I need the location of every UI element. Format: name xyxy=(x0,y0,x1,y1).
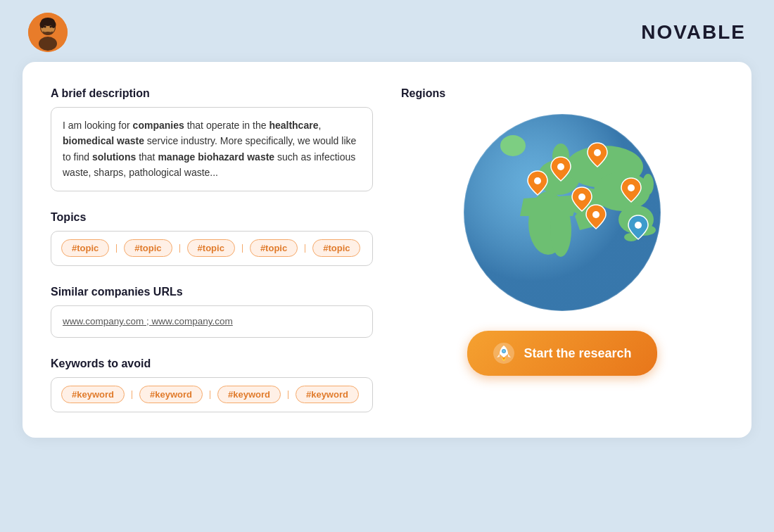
main-card: A brief description I am looking for com… xyxy=(23,62,751,438)
app-logo: NOVABLE xyxy=(641,21,746,44)
topic-tag-4[interactable]: #topic xyxy=(250,239,298,257)
svg-point-30 xyxy=(594,149,601,156)
keywords-section: Keywords to avoid #keyword #keyword #key… xyxy=(51,357,373,412)
separator xyxy=(242,244,243,253)
svg-point-31 xyxy=(578,194,585,201)
description-section: A brief description I am looking for com… xyxy=(51,87,373,191)
keyword-tag-4[interactable]: #keyword xyxy=(296,386,359,403)
topics-field[interactable]: #topic #topic #topic #topic #topic xyxy=(51,231,373,266)
svg-point-38 xyxy=(502,350,505,353)
separator xyxy=(179,244,180,253)
globe-container[interactable] xyxy=(457,107,668,318)
start-research-button[interactable]: Start the research xyxy=(467,331,656,376)
separator xyxy=(210,391,210,399)
svg-point-8 xyxy=(50,26,52,28)
avatar[interactable] xyxy=(28,13,68,52)
urls-section: Similar companies URLs www.company.com ;… xyxy=(51,286,373,338)
left-column: A brief description I am looking for com… xyxy=(51,87,373,412)
keyword-tag-1[interactable]: #keyword xyxy=(61,386,125,403)
svg-point-32 xyxy=(592,211,599,218)
keywords-field[interactable]: #keyword #keyword #keyword #keyword xyxy=(51,377,373,412)
globe-svg xyxy=(457,107,668,318)
svg-point-22 xyxy=(500,135,526,156)
svg-point-2 xyxy=(39,37,57,51)
topics-section: Topics #topic #topic #topic #topic #topi… xyxy=(51,211,373,266)
svg-point-33 xyxy=(628,184,635,191)
svg-point-6 xyxy=(51,21,56,28)
topic-tag-5[interactable]: #topic xyxy=(312,239,360,257)
svg-point-24 xyxy=(642,174,654,195)
urls-input[interactable]: www.company.com ; www.company.com xyxy=(51,305,373,338)
keyword-tag-3[interactable]: #keyword xyxy=(217,386,281,403)
urls-title: Similar companies URLs xyxy=(51,286,373,298)
description-box[interactable]: I am looking for companies that operate … xyxy=(51,107,373,191)
svg-point-35 xyxy=(534,177,541,184)
topic-tag-2[interactable]: #topic xyxy=(124,239,172,257)
keywords-title: Keywords to avoid xyxy=(51,357,373,370)
separator xyxy=(116,244,117,253)
header: NOVABLE xyxy=(0,0,774,62)
svg-point-7 xyxy=(44,26,46,28)
regions-title: Regions xyxy=(401,87,445,100)
start-button-label: Start the research xyxy=(524,346,631,361)
rocket-icon xyxy=(493,342,515,365)
svg-point-11 xyxy=(44,32,51,34)
svg-point-29 xyxy=(557,163,564,170)
right-column: Regions xyxy=(401,87,723,412)
separator xyxy=(288,391,288,399)
topic-tag-1[interactable]: #topic xyxy=(61,239,109,257)
separator xyxy=(305,244,305,253)
svg-point-34 xyxy=(635,222,642,229)
svg-point-5 xyxy=(40,21,45,28)
topic-tag-3[interactable]: #topic xyxy=(187,239,235,257)
description-title: A brief description xyxy=(51,87,373,100)
url-value: www.company.com ; www.company.com xyxy=(63,316,233,327)
topics-title: Topics xyxy=(51,211,373,224)
separator xyxy=(132,391,132,399)
keyword-tag-2[interactable]: #keyword xyxy=(139,386,203,403)
